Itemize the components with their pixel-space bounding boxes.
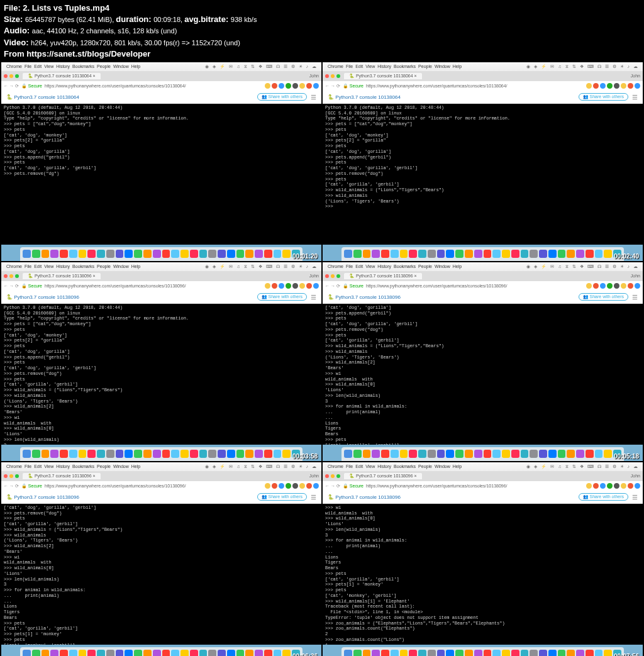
menu-item[interactable]: View	[365, 264, 375, 269]
dock-app-icon[interactable]	[586, 450, 594, 458]
dock-app-icon[interactable]	[23, 650, 31, 656]
dock-app-icon[interactable]	[255, 650, 263, 656]
browser-tab[interactable]: 🐍 Python3.7 console 10138096 ×	[23, 473, 101, 479]
extension-icon[interactable]	[586, 483, 592, 489]
dock-app-icon[interactable]	[511, 650, 519, 656]
status-icon[interactable]: ☁	[633, 264, 638, 269]
mac-menubar[interactable]: ChromeFileEditViewHistoryBookmarksPeople…	[1, 62, 321, 71]
status-icon[interactable]: ☊	[597, 264, 601, 269]
dock-app-icon[interactable]	[199, 650, 208, 656]
dock-app-icon[interactable]	[79, 650, 87, 656]
dock-app-icon[interactable]	[153, 450, 161, 458]
status-icon[interactable]: ❖	[258, 264, 262, 269]
extension-icon[interactable]	[628, 283, 633, 289]
status-icon[interactable]: ⌨	[587, 464, 594, 469]
dock-app-icon[interactable]	[465, 650, 473, 656]
menu-item[interactable]: Chrome	[328, 464, 343, 469]
dock-app-icon[interactable]	[446, 450, 454, 458]
dock-app-icon[interactable]	[391, 450, 399, 458]
menu-item[interactable]: Bookmarks	[394, 64, 416, 69]
status-icon[interactable]: ♪	[628, 64, 630, 69]
lock-icon[interactable]: 🔒 Secure	[343, 284, 364, 289]
dock-app-icon[interactable]	[576, 650, 584, 656]
terminal-output[interactable]: ['cat', 'dog', 'gorilla'] >>> pets.appen…	[323, 304, 643, 445]
dock-app-icon[interactable]	[87, 650, 96, 656]
menu-item[interactable]: File	[25, 64, 31, 69]
menu-item[interactable]: Edit	[355, 64, 363, 69]
dock-app-icon[interactable]	[558, 650, 566, 656]
menu-item[interactable]: People	[97, 264, 111, 269]
extension-icon[interactable]	[313, 83, 319, 89]
dock-app-icon[interactable]	[409, 450, 417, 458]
status-icon[interactable]: ☁	[312, 64, 316, 69]
menu-item[interactable]: Bookmarks	[72, 264, 94, 269]
dock-app-icon[interactable]	[60, 450, 68, 458]
dock-app-icon[interactable]	[32, 450, 40, 458]
status-icon[interactable]: ⚙	[291, 464, 295, 469]
extension-icon[interactable]	[292, 483, 298, 489]
dock-app-icon[interactable]	[116, 450, 124, 458]
status-icon[interactable]: ☰	[284, 464, 287, 469]
dock-app-icon[interactable]	[236, 450, 245, 458]
nav-buttons[interactable]: ← → ⟳	[4, 484, 19, 489]
window-minimize-button[interactable]	[9, 474, 13, 478]
dock-app-icon[interactable]	[428, 250, 436, 258]
profile-name[interactable]: John	[309, 274, 319, 278]
mac-menubar[interactable]: ChromeFileEditViewHistoryBookmarksPeople…	[323, 62, 643, 71]
extension-icon[interactable]	[614, 283, 619, 289]
dock-app-icon[interactable]	[567, 650, 575, 656]
extension-icon[interactable]	[286, 283, 291, 289]
status-icon[interactable]: ⚙	[291, 64, 295, 69]
extension-icon[interactable]	[299, 283, 305, 289]
extension-icon[interactable]	[607, 483, 613, 489]
status-icon[interactable]: ◈	[213, 464, 216, 469]
dock-app-icon[interactable]	[153, 650, 161, 656]
hamburger-icon[interactable]: ☰	[311, 94, 316, 101]
extension-icon[interactable]	[621, 483, 626, 489]
extension-icon[interactable]	[306, 483, 312, 489]
dock-app-icon[interactable]	[218, 450, 226, 458]
nav-buttons[interactable]: ← → ⟳	[325, 484, 340, 489]
share-button[interactable]: 👥 Share with others	[579, 93, 628, 101]
extension-icon[interactable]	[272, 83, 277, 89]
profile-name[interactable]: John	[309, 474, 319, 478]
url-text[interactable]: https://www.pythonanywhere.com/user/quan…	[45, 284, 262, 288]
dock-app-icon[interactable]	[381, 250, 389, 258]
dock-app-icon[interactable]	[344, 450, 352, 458]
dock-app-icon[interactable]	[23, 250, 31, 258]
dock-app-icon[interactable]	[106, 250, 114, 258]
dock-app-icon[interactable]	[484, 250, 492, 258]
dock-app-icon[interactable]	[437, 450, 445, 458]
dock-app-icon[interactable]	[418, 450, 426, 458]
status-icon[interactable]: ⌨	[587, 264, 594, 269]
dock-app-icon[interactable]	[604, 250, 612, 258]
menu-item[interactable]: Chrome	[6, 64, 22, 69]
lock-icon[interactable]: 🔒 Secure	[21, 84, 42, 89]
dock-app-icon[interactable]	[492, 450, 501, 458]
dock-app-icon[interactable]	[42, 250, 50, 258]
dock-app-icon[interactable]	[576, 250, 584, 258]
menu-item[interactable]: Help	[131, 464, 140, 469]
status-icon[interactable]: ♪	[306, 264, 309, 269]
menu-item[interactable]: People	[97, 64, 111, 69]
status-icon[interactable]: ☰	[284, 264, 287, 269]
status-icon[interactable]: ☰	[605, 464, 609, 469]
menu-item[interactable]: Chrome	[6, 464, 22, 469]
extension-icon[interactable]	[586, 83, 592, 89]
dock-app-icon[interactable]	[106, 450, 114, 458]
dock-app-icon[interactable]	[153, 250, 161, 258]
status-icon[interactable]: ⧖	[565, 64, 569, 69]
url-text[interactable]: https://www.pythonanywhere.com/user/quan…	[45, 84, 262, 88]
status-icon[interactable]: ☰	[605, 264, 609, 269]
dock-app-icon[interactable]	[437, 650, 445, 656]
menu-item[interactable]: Help	[453, 64, 462, 69]
status-icon[interactable]: ⚙	[613, 464, 616, 469]
status-icon[interactable]: ◉	[526, 264, 530, 269]
status-icon[interactable]: ♫	[558, 264, 561, 269]
status-icon[interactable]: ❖	[580, 64, 584, 69]
menu-item[interactable]: People	[97, 464, 111, 469]
menu-item[interactable]: Edit	[34, 464, 42, 469]
menu-item[interactable]: Bookmarks	[394, 464, 416, 469]
dock-app-icon[interactable]	[548, 250, 557, 258]
terminal-output[interactable]: Python 3.7.0 (default, Aug 12 2018, 20:4…	[1, 104, 321, 245]
